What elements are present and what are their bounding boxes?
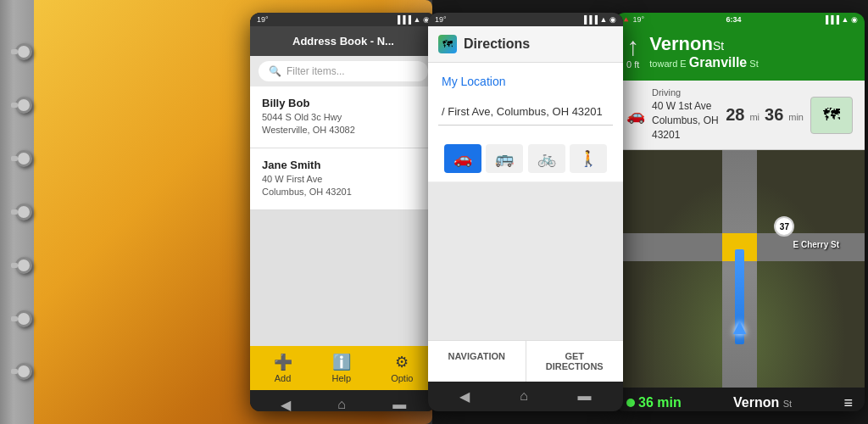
contact-name-2: Jane Smith	[262, 159, 425, 171]
directions-content: My Location / First Ave, Columbus, OH 43…	[428, 63, 623, 382]
status-bar-2: 19° ▐▐▐ ▲ ◉	[428, 13, 623, 26]
transport-mode-row: 🚗 🚌 🚲 🚶	[428, 136, 623, 182]
phone-address-book: 19° ▐▐▐ ▲ ◉ Address Book - N... 🔍 Filter…	[250, 13, 437, 411]
back-button-2[interactable]: ◀	[459, 388, 470, 404]
eta-display: 36 min	[626, 395, 682, 410]
drive-address: 40 W 1st Ave Columbus, OH 43201	[652, 99, 719, 142]
street-suffix: St	[713, 39, 724, 53]
add-icon: ➕	[274, 353, 292, 371]
transport-bike[interactable]: 🚲	[528, 144, 565, 173]
map-thumbnail[interactable]: 🗺	[810, 97, 853, 134]
empty-area-2	[428, 182, 623, 340]
navigation-map[interactable]: E Cherry St 37 ▲	[615, 150, 865, 388]
help-button[interactable]: ℹ️ Help	[332, 353, 352, 383]
options-icon: ⚙	[395, 353, 409, 371]
map-street-label: E Cherry St	[793, 240, 839, 249]
directions-title: Directions	[464, 36, 530, 52]
contact-item-1[interactable]: Billy Bob 5044 S Old 3c Hwy Westerville,…	[250, 86, 437, 148]
status-icons-3: ▐▐▐ ▲ ◉	[823, 15, 858, 24]
search-bar[interactable]: 🔍 Filter items...	[250, 56, 437, 86]
phone-directions: 19° ▐▐▐ ▲ ◉ 🗺 Directions My Location / F…	[428, 13, 623, 411]
up-arrow-icon: ↑	[626, 34, 639, 59]
bottom-street: Vernon St	[733, 395, 792, 410]
miles-unit: mi	[749, 112, 760, 122]
nav-bar-2: ◀ ⌂ ▬	[428, 382, 623, 411]
nav-bar-1: ◀ ⌂ ▬	[250, 390, 437, 411]
get-directions-button[interactable]: GET DIRECTIONS	[526, 341, 624, 382]
contact-addr-2: 40 W First Ave Columbus, OH 43201	[262, 173, 425, 199]
recent-button-2[interactable]: ▬	[578, 388, 592, 404]
back-button-1[interactable]: ◀	[281, 397, 291, 411]
ring-1	[15, 43, 32, 60]
toward-label: toward E Granville St	[649, 55, 853, 70]
contact-item-2[interactable]: Jane Smith 40 W First Ave Columbus, OH 4…	[250, 148, 437, 210]
add-button[interactable]: ➕ Add	[274, 353, 292, 383]
navigation-button[interactable]: NAVIGATION	[428, 341, 526, 382]
help-icon: ℹ️	[332, 353, 351, 371]
driving-label: Driving	[652, 87, 719, 98]
search-input-container[interactable]: 🔍 Filter items...	[259, 61, 428, 81]
search-icon: 🔍	[269, 65, 281, 77]
bottom-street-suffix: St	[783, 399, 792, 409]
drive-stats: 28 mi 36 min	[726, 105, 804, 125]
menu-icon[interactable]: ≡	[843, 394, 853, 411]
status-bar-3: 🔺 19° 6:34 ▐▐▐ ▲ ◉	[615, 13, 865, 26]
app-title-1: Address Book - N...	[292, 35, 394, 47]
street-info: VernonSt toward E Granville St	[649, 33, 853, 70]
spiral-rings	[15, 0, 36, 424]
destination-address[interactable]: / First Ave, Columbus, OH 43201	[438, 98, 613, 126]
drive-info-bar: 🚗 Driving 40 W 1st Ave Columbus, OH 4320…	[615, 81, 865, 149]
phone-navigation: 🔺 19° 6:34 ▐▐▐ ▲ ◉ ↑ 0 ft VernonSt towar…	[615, 13, 865, 411]
granville-suffix: St	[749, 59, 758, 69]
options-label: Optio	[391, 373, 413, 383]
search-placeholder: Filter items...	[287, 65, 345, 77]
minutes-value: 36	[765, 105, 783, 125]
status-temp-1: 19°	[257, 15, 269, 24]
status-bar-1: 19° ▐▐▐ ▲ ◉	[250, 13, 437, 26]
action-buttons-row: NAVIGATION GET DIRECTIONS	[428, 340, 623, 382]
ring-4	[15, 204, 32, 220]
app-bar-1: Address Book - N...	[250, 26, 437, 56]
contacts-list: Billy Bob 5044 S Old 3c Hwy Westerville,…	[250, 86, 437, 210]
contact-addr-1: 5044 S Old 3c Hwy Westerville, OH 43082	[262, 111, 425, 137]
contact-name-1: Billy Bob	[262, 97, 425, 109]
transport-bus[interactable]: 🚌	[486, 144, 523, 173]
minutes-unit: min	[788, 112, 804, 122]
status-icons-2: ▐▐▐ ▲ ◉	[581, 15, 616, 24]
map-road-left	[615, 233, 722, 262]
direction-arrow: ↑ 0 ft	[626, 34, 639, 70]
navigation-arrow: ▲	[729, 314, 751, 340]
transport-walk[interactable]: 🚶	[570, 144, 607, 173]
ring-6	[15, 310, 32, 327]
ring-3	[15, 150, 32, 167]
options-button[interactable]: ⚙ Optio	[391, 353, 413, 383]
ring-5	[15, 257, 32, 274]
status-left-3: 🔺 19°	[621, 15, 644, 24]
home-button-1[interactable]: ⌂	[337, 397, 346, 411]
add-label: Add	[275, 373, 292, 383]
ring-7	[15, 363, 32, 380]
help-label: Help	[332, 373, 352, 383]
transport-car[interactable]: 🚗	[444, 144, 481, 173]
my-location-label[interactable]: My Location	[428, 63, 623, 95]
status-icons-1: ▐▐▐ ▲ ◉	[395, 15, 430, 24]
empty-area-1	[250, 210, 437, 346]
driving-icon: 🚗	[626, 106, 645, 125]
status-time-3: 6:34	[726, 15, 742, 24]
ring-2	[15, 97, 32, 114]
home-button-2[interactable]: ⌂	[520, 388, 528, 404]
distance-value: 0 ft	[626, 59, 639, 70]
recent-button-1[interactable]: ▬	[392, 397, 406, 411]
direction-header: ↑ 0 ft VernonSt toward E Granville St	[615, 26, 865, 81]
directions-app-bar: 🗺 Directions	[428, 26, 623, 63]
drive-details: Driving 40 W 1st Ave Columbus, OH 43201	[652, 87, 719, 142]
bottom-street-name: Vernon	[733, 395, 779, 410]
street-name-main: Vernon	[649, 33, 713, 54]
status-temp-2: 19°	[435, 15, 447, 24]
miles-value: 28	[726, 105, 744, 125]
granville-name: Granville	[689, 55, 747, 70]
maps-app-icon: 🗺	[438, 35, 457, 53]
eta-dot	[626, 399, 635, 407]
eta-value: 36 min	[638, 395, 682, 410]
bottom-bar-1: ➕ Add ℹ️ Help ⚙ Optio	[250, 346, 437, 390]
